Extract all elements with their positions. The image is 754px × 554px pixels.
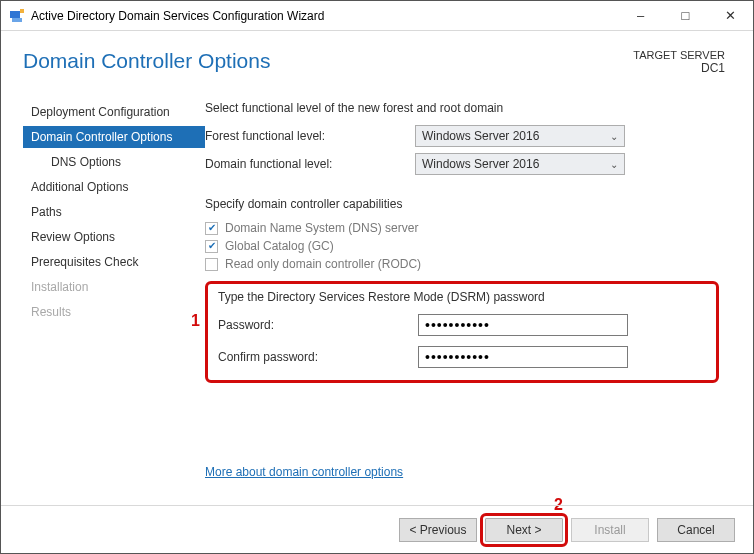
checkbox-gc-label: Global Catalog (GC) [225,239,334,253]
confirm-password-input[interactable] [418,346,628,368]
maximize-button[interactable]: □ [663,1,708,30]
dsrm-password-section: 1 Type the Directory Services Restore Mo… [205,281,719,383]
domain-level-value: Windows Server 2016 [422,157,539,171]
confirm-password-label: Confirm password: [218,350,418,364]
forest-level-label: Forest functional level: [205,129,415,143]
chevron-down-icon: ⌄ [610,159,618,170]
chevron-down-icon: ⌄ [610,131,618,142]
svg-rect-0 [10,11,20,18]
install-button: Install [571,518,649,542]
forest-level-combo[interactable]: Windows Server 2016 ⌄ [415,125,625,147]
target-server-label: TARGET SERVER [633,49,725,61]
annotation-1: 1 [191,312,200,330]
wizard-sidebar: Deployment Configuration Domain Controll… [1,101,205,479]
previous-button[interactable]: < Previous [399,518,477,542]
checkbox-gc [205,240,218,253]
page-title: Domain Controller Options [23,49,270,75]
title-bar: Active Directory Domain Services Configu… [1,1,753,31]
checkbox-rodc-label: Read only domain controller (RODC) [225,257,421,271]
functional-level-intro: Select functional level of the new fores… [205,101,719,115]
sidebar-item-dns-options[interactable]: DNS Options [23,151,205,173]
domain-level-combo[interactable]: Windows Server 2016 ⌄ [415,153,625,175]
checkbox-dns [205,222,218,235]
sidebar-item-prereq-check[interactable]: Prerequisites Check [23,251,205,273]
cancel-button[interactable]: Cancel [657,518,735,542]
target-server-block: TARGET SERVER DC1 [633,49,725,75]
app-icon [9,8,25,24]
forest-level-value: Windows Server 2016 [422,129,539,143]
minimize-button[interactable]: – [618,1,663,30]
capabilities-intro: Specify domain controller capabilities [205,197,719,211]
sidebar-item-dc-options[interactable]: Domain Controller Options [23,126,205,148]
sidebar-item-additional-options[interactable]: Additional Options [23,176,205,198]
wizard-button-bar: < Previous Next > Install Cancel [1,505,753,553]
sidebar-item-paths[interactable]: Paths [23,201,205,223]
domain-level-label: Domain functional level: [205,157,415,171]
dsrm-intro: Type the Directory Services Restore Mode… [218,290,706,304]
svg-rect-1 [12,18,22,22]
window-title: Active Directory Domain Services Configu… [31,9,618,23]
svg-rect-2 [20,9,24,13]
target-server-name: DC1 [633,61,725,75]
checkbox-dns-label: Domain Name System (DNS) server [225,221,418,235]
sidebar-item-installation: Installation [23,276,205,298]
sidebar-item-results: Results [23,301,205,323]
sidebar-item-deployment-config[interactable]: Deployment Configuration [23,101,205,123]
close-button[interactable]: ✕ [708,1,753,30]
next-button[interactable]: Next > [485,518,563,542]
password-input[interactable] [418,314,628,336]
checkbox-rodc [205,258,218,271]
sidebar-item-review-options[interactable]: Review Options [23,226,205,248]
password-label: Password: [218,318,418,332]
more-link[interactable]: More about domain controller options [205,465,403,479]
